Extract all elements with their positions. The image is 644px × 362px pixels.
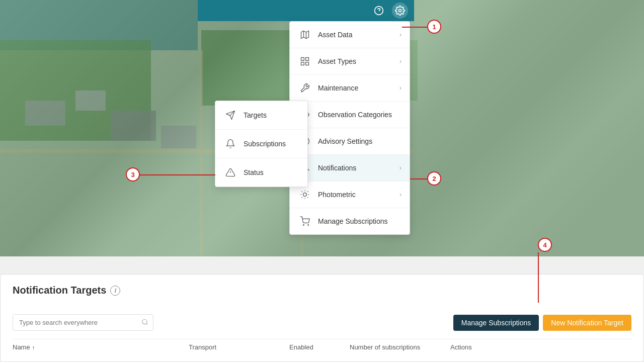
annotation-line-4 — [538, 252, 539, 303]
table-header: Name ↑ Transport Enabled Number of subsc… — [13, 339, 631, 355]
annotation-2: 2 — [427, 171, 441, 186]
menu-item-manage-subscriptions[interactable]: Manage Subscriptions — [290, 208, 410, 234]
col-header-enabled: Enabled — [289, 343, 350, 351]
svg-rect-9 — [161, 126, 196, 148]
col-header-transport: Transport — [189, 343, 289, 351]
svg-point-37 — [303, 225, 304, 226]
manage-subscriptions-button[interactable]: Manage Subscriptions — [453, 315, 539, 331]
submenu-item-targets[interactable]: Targets — [215, 101, 307, 130]
svg-point-38 — [308, 225, 309, 226]
svg-rect-4 — [201, 30, 302, 106]
arrow-icon: › — [399, 84, 401, 92]
col-header-subscriptions: Number of subscriptions — [350, 343, 450, 351]
panel-title: Notification Targets — [13, 285, 106, 296]
menu-item-label: Notifications — [318, 164, 399, 172]
svg-rect-7 — [75, 90, 106, 111]
svg-rect-24 — [306, 62, 309, 65]
new-notification-target-button[interactable]: New Notification Target — [543, 315, 631, 331]
bottom-panel: Notification Targets i Manage Subscripti… — [0, 274, 644, 362]
arrow-icon: › — [399, 58, 401, 65]
status-icon — [223, 165, 237, 179]
menu-item-label: Manage Subscriptions — [318, 217, 401, 225]
svg-rect-23 — [301, 62, 304, 65]
svg-line-35 — [302, 197, 302, 198]
subscriptions-icon — [223, 137, 237, 151]
svg-point-28 — [303, 193, 307, 197]
search-box — [13, 314, 153, 331]
app-topbar — [198, 0, 414, 21]
asset-types-icon — [298, 54, 312, 68]
gear-settings-button[interactable] — [392, 3, 408, 19]
annotation-1: 1 — [427, 20, 441, 34]
photometric-icon — [298, 188, 312, 202]
svg-rect-6 — [25, 101, 65, 126]
annotation-4: 4 — [538, 238, 552, 252]
submenu-label: Status — [244, 168, 264, 176]
svg-point-17 — [399, 10, 401, 12]
submenu-item-status[interactable]: Status — [215, 158, 307, 187]
manage-subs-icon — [298, 214, 312, 228]
menu-item-label: Photometric — [318, 191, 399, 199]
annotation-line-3 — [140, 174, 215, 175]
menu-item-asset-types[interactable]: Asset Types › — [290, 48, 410, 75]
menu-item-label: Advisory Settings — [318, 137, 401, 145]
menu-item-maintenance[interactable]: Maintenance › — [290, 75, 410, 102]
menu-item-label: Asset Types — [318, 57, 399, 65]
info-icon[interactable]: i — [110, 286, 120, 296]
svg-line-32 — [307, 197, 308, 198]
annotation-line-1 — [402, 27, 427, 28]
menu-item-label: Asset Data — [318, 31, 399, 39]
notifications-submenu: Targets Subscriptions Status — [215, 101, 308, 187]
svg-line-36 — [307, 192, 308, 192]
arrow-icon: › — [399, 164, 401, 171]
search-input[interactable] — [13, 314, 153, 331]
svg-line-44 — [146, 323, 148, 325]
sort-arrow: ↑ — [32, 344, 35, 350]
svg-line-31 — [302, 192, 302, 192]
col-header-actions: Actions — [450, 343, 631, 351]
svg-point-43 — [142, 319, 147, 324]
arrow-icon: › — [399, 191, 401, 198]
menu-item-label: Observation Categories — [318, 111, 401, 119]
submenu-label: Subscriptions — [244, 140, 286, 148]
maintenance-icon — [298, 81, 312, 95]
svg-rect-8 — [111, 111, 156, 141]
col-header-name[interactable]: Name ↑ — [13, 343, 189, 351]
annotation-line-2 — [410, 178, 428, 179]
annotation-3: 3 — [126, 167, 140, 182]
search-icon — [141, 318, 148, 327]
panel-header: Notification Targets i — [13, 285, 120, 296]
arrow-icon: › — [399, 31, 401, 38]
asset-data-icon — [298, 28, 312, 42]
targets-icon — [223, 108, 237, 122]
svg-marker-18 — [301, 31, 309, 39]
submenu-label: Targets — [244, 111, 267, 119]
menu-item-label: Maintenance — [318, 84, 399, 92]
submenu-item-subscriptions[interactable]: Subscriptions — [215, 130, 307, 158]
menu-item-asset-data[interactable]: Asset Data › — [290, 22, 410, 48]
svg-rect-22 — [306, 58, 309, 61]
help-icon[interactable] — [372, 4, 386, 18]
svg-rect-21 — [301, 58, 304, 61]
panel-actions: Manage Subscriptions New Notification Ta… — [453, 315, 631, 331]
